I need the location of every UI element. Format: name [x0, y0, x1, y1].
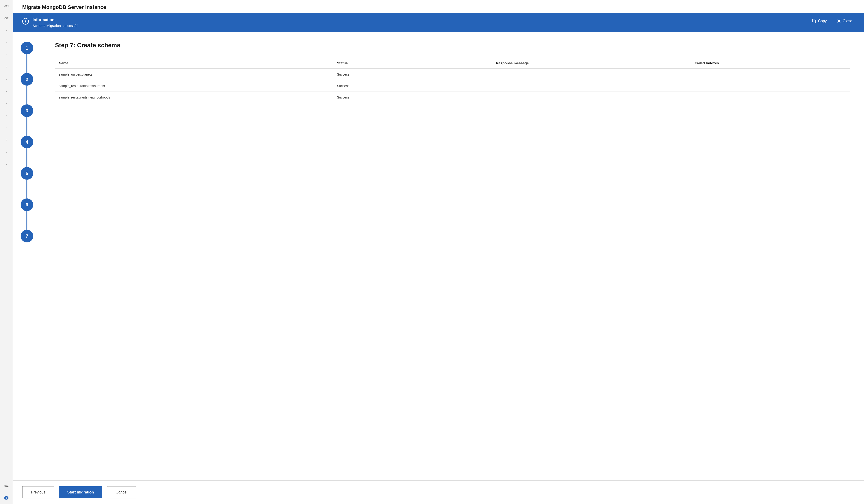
- step-line-3: [26, 117, 27, 136]
- sidebar-item-5[interactable]: ›: [0, 49, 13, 61]
- cell-failed-0: [691, 69, 850, 80]
- step-list: 1 2 3 4 5: [21, 42, 33, 243]
- chevron-icon-12: ›: [6, 138, 7, 141]
- sidebar-item-14[interactable]: ›: [0, 158, 13, 170]
- sidebar-item-az[interactable]: › AZ: [0, 480, 13, 492]
- sidebar-item-se[interactable]: › SE: [0, 12, 13, 24]
- chevron-icon-13: ›: [6, 151, 7, 153]
- start-migration-button[interactable]: Start migration: [59, 486, 102, 499]
- chevron-icon-8: ›: [6, 90, 7, 93]
- cell-status-1: Success: [333, 80, 492, 92]
- info-icon: i: [22, 18, 29, 25]
- sidebar-label-se: SE: [5, 17, 9, 20]
- content-area: 1 2 3 4 5: [13, 32, 864, 480]
- footer: Previous Start migration Cancel: [13, 480, 864, 504]
- table-row: sample_restaurants.neighborhoods Success: [55, 92, 850, 103]
- sidebar-item-9[interactable]: ›: [0, 97, 13, 110]
- chevron-icon-6: ›: [6, 65, 7, 68]
- step-circle-4: 4: [21, 136, 33, 148]
- col-header-status: Status: [333, 58, 492, 69]
- step-circle-3: 3: [21, 105, 33, 117]
- table-row: sample_guides.planets Success: [55, 69, 850, 80]
- step-circle-7: 7: [21, 230, 33, 243]
- cell-response-2: [492, 92, 691, 103]
- sidebar-item-badge[interactable]: 0: [0, 492, 13, 504]
- info-banner-actions: Copy Close: [810, 17, 855, 25]
- step-line-1: [26, 54, 27, 73]
- col-header-response: Response message: [492, 58, 691, 69]
- step-indicator: 1 2 3 4 5: [13, 32, 41, 480]
- chevron-icon-5: ›: [6, 53, 7, 56]
- schema-table: Name Status Response message Failed Inde…: [55, 58, 850, 103]
- close-button[interactable]: Close: [835, 17, 855, 25]
- sidebar-item-7[interactable]: ›: [0, 73, 13, 85]
- cell-response-0: [492, 69, 691, 80]
- cell-status-0: Success: [333, 69, 492, 80]
- copy-icon: [812, 19, 816, 23]
- step-item-2: 2: [21, 73, 33, 105]
- step-circle-2: 2: [21, 73, 33, 86]
- page-title: Migrate MongoDB Server Instance: [22, 4, 855, 10]
- banner-subtitle: Schema Migration successful: [33, 24, 78, 28]
- chevron-icon-7: ›: [6, 78, 7, 81]
- step-item-1: 1: [21, 42, 33, 73]
- step-circle-6: 6: [21, 198, 33, 211]
- banner-title: Information: [33, 17, 78, 22]
- cell-failed-2: [691, 92, 850, 103]
- sidebar-item-13[interactable]: ›: [0, 146, 13, 158]
- notification-badge: 0: [4, 496, 8, 500]
- cell-failed-1: [691, 80, 850, 92]
- chevron-icon-14: ›: [6, 163, 7, 166]
- step-title: Step 7: Create schema: [55, 42, 850, 49]
- sidebar-label-cc: CC: [5, 5, 9, 8]
- cancel-button[interactable]: Cancel: [107, 486, 136, 499]
- chevron-icon-9: ›: [6, 102, 7, 105]
- info-banner-text: Information Schema Migration successful: [33, 17, 78, 28]
- info-banner-left: i Information Schema Migration successfu…: [22, 17, 78, 28]
- step-item-3: 3: [21, 105, 33, 136]
- step-line-2: [26, 86, 27, 105]
- title-bar: Migrate MongoDB Server Instance: [13, 0, 864, 13]
- sidebar-item-3[interactable]: ›: [0, 24, 13, 37]
- table-row: sample_restaurants.restaurants Success: [55, 80, 850, 92]
- col-header-failed: Failed Indexes: [691, 58, 850, 69]
- cell-status-2: Success: [333, 92, 492, 103]
- sidebar-item-11[interactable]: ›: [0, 122, 13, 134]
- left-sidebar: › CC › SE › › › › › › › › › › › › › AZ: [0, 0, 13, 504]
- step-circle-1: 1: [21, 42, 33, 54]
- copy-button[interactable]: Copy: [810, 17, 829, 25]
- step-line-5: [26, 180, 27, 198]
- sidebar-item-10[interactable]: ›: [0, 110, 13, 122]
- chevron-icon-10: ›: [6, 114, 7, 117]
- info-banner: i Information Schema Migration successfu…: [13, 13, 864, 32]
- chevron-icon-4: ›: [6, 41, 7, 44]
- cell-response-1: [492, 80, 691, 92]
- col-header-name: Name: [55, 58, 333, 69]
- sidebar-item-12[interactable]: ›: [0, 134, 13, 146]
- chevron-icon-3: ›: [6, 29, 7, 32]
- step-item-5: 5: [21, 167, 33, 198]
- step-circle-5: 5: [21, 167, 33, 180]
- step-line-6: [26, 211, 27, 230]
- previous-button[interactable]: Previous: [22, 486, 54, 499]
- chevron-icon-11: ›: [6, 126, 7, 129]
- close-label: Close: [843, 19, 852, 23]
- page-content: Step 7: Create schema Name Status Respon…: [41, 32, 864, 480]
- copy-label: Copy: [818, 19, 827, 23]
- cell-name-0: sample_guides.planets: [55, 69, 333, 80]
- sidebar-label-az: AZ: [5, 484, 9, 487]
- close-icon: [837, 19, 841, 23]
- sidebar-item-4[interactable]: ›: [0, 37, 13, 49]
- step-item-4: 4: [21, 136, 33, 167]
- cell-name-1: sample_restaurants.restaurants: [55, 80, 333, 92]
- main-panel: Migrate MongoDB Server Instance i Inform…: [13, 0, 864, 504]
- step-line-4: [26, 148, 27, 167]
- sidebar-item-8[interactable]: ›: [0, 85, 13, 97]
- cell-name-2: sample_restaurants.neighborhoods: [55, 92, 333, 103]
- sidebar-item-6[interactable]: ›: [0, 61, 13, 73]
- step-item-6: 6: [21, 198, 33, 230]
- step-item-7: 7: [21, 230, 33, 243]
- sidebar-item-cc[interactable]: › CC: [0, 0, 13, 12]
